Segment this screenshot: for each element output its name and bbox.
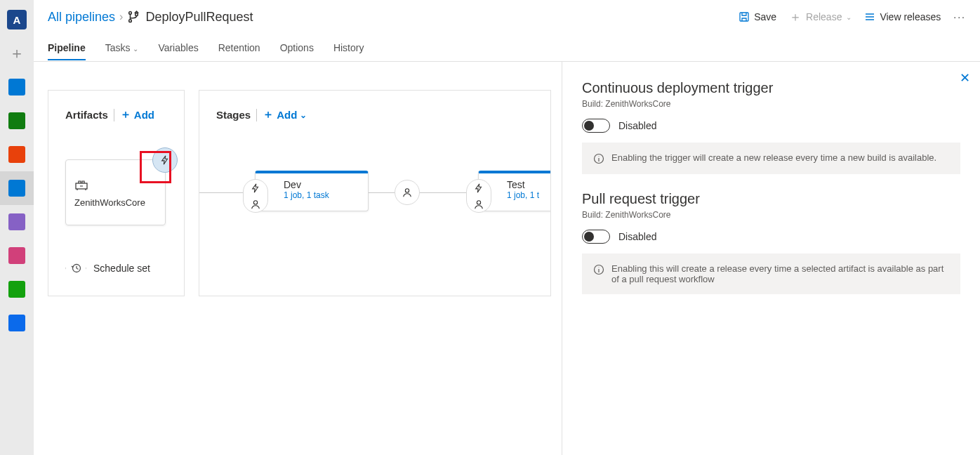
stages-add-button[interactable]: ＋ Add ⌄ [263,107,307,122]
svg-point-7 [405,189,409,192]
breadcrumb-current: DeployPullRequest [127,10,253,25]
svg-point-6 [253,200,257,204]
tab-options[interactable]: Options [280,36,314,60]
nav-repos-icon[interactable] [0,138,34,171]
branch-icon [127,11,140,23]
person-icon [251,199,260,209]
svg-point-1 [129,20,132,22]
stage-card-test[interactable]: Test 1 job, 1 t [478,171,551,211]
list-icon [864,11,875,22]
trigger-side-panel: ✕ Continuous deployment trigger Build: Z… [562,62,980,455]
pr-info-box: Enabling this will create a release ever… [582,253,960,294]
person-icon [402,187,412,197]
cd-info-box: Enabling the trigger will create a new r… [582,143,960,174]
close-panel-button[interactable]: ✕ [960,70,970,86]
nav-pipelines-icon[interactable] [0,171,34,205]
breadcrumb-root[interactable]: All pipelines [48,10,115,25]
chevron-down-icon: ⌄ [846,13,852,21]
artifact-name: ZenithWorksCore [74,197,157,208]
stage-card-dev[interactable]: Dev 1 job, 1 task [255,171,369,211]
stages-title: Stages [216,109,251,121]
stage-postdeploy-button[interactable] [395,180,420,205]
nav-add[interactable]: ＋ [0,37,34,70]
project-badge[interactable]: A [0,3,34,37]
person-icon [474,199,484,209]
stage-predeploy-icons[interactable] [466,179,491,213]
tab-variables[interactable]: Variables [158,36,198,60]
nav-dashboard-icon[interactable] [0,70,34,104]
pr-trigger-subtitle: Build: ZenithWorksCore [582,210,960,220]
chevron-right-icon: › [119,11,123,23]
plus-icon: ＋ [789,12,802,22]
artifacts-add-button[interactable]: ＋ Add [120,107,154,122]
svg-point-2 [135,13,138,16]
pr-trigger-state: Disabled [618,231,656,242]
lightning-icon [160,155,170,165]
stage-info-link[interactable]: 1 job, 1 task [284,190,361,200]
stage-name: Dev [284,179,361,190]
nav-extension-icon[interactable] [0,306,34,340]
tab-retention[interactable]: Retention [218,36,260,60]
lightning-icon [474,183,484,193]
pr-trigger-title: Pull request trigger [582,191,960,207]
schedule-label: Schedule set [93,263,150,274]
stage-name: Test [507,179,551,190]
stages-panel: Stages ＋ Add ⌄ Dev 1 job, [199,90,551,296]
chevron-down-icon: ⌄ [300,110,307,120]
tab-pipeline[interactable]: Pipeline [48,36,86,60]
header: All pipelines › DeployPullRequest Save ＋… [34,0,980,34]
build-icon [74,178,88,192]
tab-tasks[interactable]: Tasks ⌄ [105,36,139,60]
chevron-down-icon: ⌄ [133,45,138,53]
artifacts-panel: Artifacts ＋ Add ZenithWorksCore [48,90,185,296]
nav-artifacts-icon[interactable] [0,239,34,272]
left-nav: A ＋ [0,0,34,455]
svg-point-8 [477,200,480,204]
svg-point-0 [129,12,132,15]
plus-icon: ＋ [120,107,131,122]
tabbar: Pipeline Tasks ⌄ Variables Retention Opt… [34,34,980,62]
save-button[interactable]: Save [739,11,776,22]
pipeline-canvas: Artifacts ＋ Add ZenithWorksCore [34,62,980,455]
artifact-card[interactable]: ZenithWorksCore [65,159,166,225]
artifacts-title: Artifacts [65,109,108,121]
tab-history[interactable]: History [333,36,364,60]
cd-trigger-title: Continuous deployment trigger [582,80,960,96]
cd-trigger-button[interactable] [152,147,178,173]
cd-trigger-subtitle: Build: ZenithWorksCore [582,99,960,109]
nav-boards-icon[interactable] [0,104,34,138]
cd-trigger-toggle[interactable] [582,119,610,133]
svg-rect-3 [740,13,748,21]
info-icon [593,264,604,275]
schedule-row[interactable]: Schedule set [65,258,150,279]
plus-icon: ＋ [263,107,274,122]
stage-predeploy-icons[interactable] [243,179,268,213]
breadcrumb: All pipelines › DeployPullRequest [48,10,253,25]
nav-testplans-icon[interactable] [0,205,34,239]
view-releases-button[interactable]: View releases [864,11,941,22]
lightning-icon [251,183,260,193]
pr-trigger-toggle[interactable] [582,230,610,244]
schedule-hex-icon [65,258,86,279]
more-button[interactable]: ··· [953,11,966,22]
stage-info-link[interactable]: 1 job, 1 t [507,190,551,200]
save-icon [739,11,750,22]
nav-compliance-icon[interactable] [0,272,34,306]
cd-trigger-state: Disabled [618,120,656,131]
history-icon [70,263,81,274]
release-button: ＋ Release ⌄ [789,11,852,22]
info-icon [593,153,604,164]
